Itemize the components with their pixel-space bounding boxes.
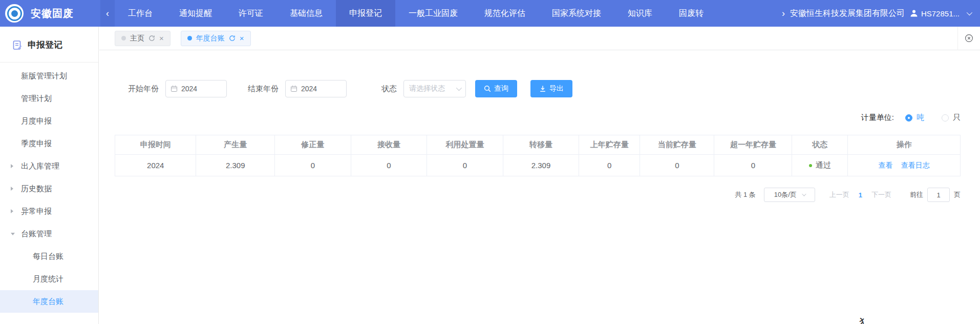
sidebar-title: 申报登记 bbox=[28, 39, 62, 51]
close-all-tabs-button[interactable] bbox=[957, 27, 980, 50]
nav-item-waste-transfer[interactable]: 固废转 bbox=[666, 0, 708, 27]
cell-status: 通过 bbox=[792, 155, 848, 176]
goto-page-input[interactable] bbox=[927, 188, 950, 202]
sidebar-item-monthly-statistics[interactable]: 月度统计 bbox=[0, 268, 98, 290]
col-received: 接收量 bbox=[351, 135, 427, 155]
sidebar-item-annual-ledger[interactable]: 年度台账 bbox=[0, 290, 98, 313]
tab-bar: 主页 × 年度台账 × bbox=[99, 27, 980, 50]
start-year-value[interactable] bbox=[181, 85, 212, 93]
sidebar-item-daily-ledger[interactable]: 每日台账 bbox=[0, 245, 98, 268]
sidebar-item-abnormal-declaration[interactable]: 异常申报 bbox=[0, 200, 98, 222]
tab-annual-ledger[interactable]: 年度台账 × bbox=[181, 31, 251, 46]
nav-item-workbench[interactable]: 工作台 bbox=[115, 0, 166, 27]
sidebar-menu: 新版管理计划 管理计划 月度申报 季度申报 出入库管理 历史数据 异常申报 台账… bbox=[0, 63, 98, 313]
chevron-left-icon: ‹ bbox=[106, 9, 109, 18]
logo-core bbox=[11, 10, 18, 17]
sidebar-item-history-data[interactable]: 历史数据 bbox=[0, 177, 98, 200]
sidebar-item-label: 台账管理 bbox=[21, 229, 52, 238]
end-year-input[interactable] bbox=[285, 80, 347, 97]
page-number-current[interactable]: 1 bbox=[859, 191, 862, 199]
status-badge: 通过 bbox=[816, 160, 831, 170]
col-utilized-disposed: 利用处置量 bbox=[427, 135, 503, 155]
user-menu-chevron-icon[interactable] bbox=[967, 10, 972, 15]
tab-home[interactable]: 主页 × bbox=[115, 31, 171, 46]
download-icon bbox=[539, 85, 546, 92]
export-button-label: 导出 bbox=[549, 84, 564, 93]
refresh-icon[interactable] bbox=[148, 35, 155, 42]
tab-dot-icon bbox=[121, 36, 126, 40]
navbar-right-group: › 安徽恒生科技发展集团有限公司 HS72851... bbox=[781, 8, 980, 19]
col-over-one-year-storage: 超一年贮存量 bbox=[714, 135, 792, 155]
page-size-select[interactable]: 10条/页 bbox=[764, 188, 815, 202]
col-corrected: 修正量 bbox=[275, 135, 351, 155]
cell-current-storage: 0 bbox=[640, 155, 714, 176]
nav-item-declaration[interactable]: 申报登记 bbox=[336, 0, 395, 27]
app-title: 安徽固废 bbox=[31, 7, 74, 21]
search-button[interactable]: 查询 bbox=[475, 80, 517, 97]
radio-label: 只 bbox=[953, 113, 961, 123]
unit-radio-ton[interactable]: 吨 bbox=[905, 113, 924, 123]
cell-last-year-storage: 0 bbox=[579, 155, 640, 176]
expand-caret-right-icon bbox=[11, 209, 13, 213]
export-button[interactable]: 导出 bbox=[530, 80, 572, 97]
view-link[interactable]: 查看 bbox=[879, 161, 893, 169]
username: HS72851... bbox=[921, 9, 960, 18]
cell-declare-time: 2024 bbox=[115, 155, 196, 176]
cell-transferred: 2.309 bbox=[503, 155, 579, 176]
sidebar-item-warehouse-in-out[interactable]: 出入库管理 bbox=[0, 155, 98, 177]
expand-caret-right-icon bbox=[11, 187, 13, 191]
close-icon[interactable]: × bbox=[240, 34, 244, 42]
chevron-down-icon bbox=[456, 85, 462, 91]
nav-item-basic-info[interactable]: 基础信息 bbox=[276, 0, 336, 27]
nav-item-knowledge-base[interactable]: 知识库 bbox=[614, 0, 666, 27]
col-current-storage: 当前贮存量 bbox=[640, 135, 714, 155]
filter-row: 开始年份 结束年份 bbox=[128, 80, 961, 97]
close-icon[interactable]: × bbox=[159, 34, 164, 42]
cell-utilized-disposed: 0 bbox=[427, 155, 503, 176]
cell-corrected: 0 bbox=[275, 155, 351, 176]
nav-collapse-button[interactable]: ‹ bbox=[100, 0, 115, 27]
page-size-value: 10条/页 bbox=[774, 190, 797, 199]
logo-ring bbox=[7, 6, 22, 21]
prev-page-button[interactable]: 上一页 bbox=[829, 190, 849, 199]
sidebar-item-monthly-declaration[interactable]: 月度申报 bbox=[0, 110, 98, 132]
status-select[interactable]: 请选择状态 bbox=[403, 80, 466, 97]
nav-item-license[interactable]: 许可证 bbox=[225, 0, 276, 27]
refresh-icon[interactable] bbox=[229, 35, 236, 42]
sidebar-item-new-management-plan[interactable]: 新版管理计划 bbox=[0, 65, 98, 87]
expand-caret-down-icon bbox=[11, 233, 15, 235]
cell-generated: 2.309 bbox=[196, 155, 275, 176]
tab-label: 主页 bbox=[130, 34, 144, 43]
nav-item-general-industrial-waste[interactable]: 一般工业固废 bbox=[395, 0, 471, 27]
table-row: 2024 2.309 0 0 0 2.309 0 0 0 通过 bbox=[115, 155, 961, 176]
view-log-link[interactable]: 查看日志 bbox=[901, 161, 930, 169]
sidebar-item-ledger-management[interactable]: 台账管理 bbox=[0, 222, 98, 245]
sidebar-item-label: 历史数据 bbox=[21, 184, 52, 193]
next-page-button[interactable]: 下一页 bbox=[871, 190, 891, 199]
col-actions: 操作 bbox=[848, 135, 961, 155]
table-header-row: 申报时间 产生量 修正量 接收量 利用处置量 转移量 上年贮存量 当前贮存量 超… bbox=[115, 135, 961, 155]
end-year-label: 结束年份 bbox=[248, 84, 279, 94]
app-root: 安徽固废 ‹ 工作台 通知提醒 许可证 基础信息 申报登记 一般工业固废 规范化… bbox=[0, 0, 980, 324]
circle-close-icon bbox=[965, 34, 973, 43]
floating-widget-partial-glyph: 犭 bbox=[859, 318, 870, 324]
page-content: 开始年份 结束年份 bbox=[99, 50, 980, 324]
end-year-value[interactable] bbox=[301, 85, 332, 93]
nav-item-notifications[interactable]: 通知提醒 bbox=[166, 0, 225, 27]
sidebar-item-management-plan[interactable]: 管理计划 bbox=[0, 87, 98, 110]
status-label: 状态 bbox=[381, 84, 397, 94]
col-last-year-storage: 上年贮存量 bbox=[579, 135, 640, 155]
sidebar-item-quarterly-declaration[interactable]: 季度申报 bbox=[0, 132, 98, 155]
unit-radio-piece[interactable]: 只 bbox=[942, 113, 961, 123]
expand-caret-right-icon bbox=[11, 164, 13, 168]
total-count: 共 1 条 bbox=[735, 190, 755, 199]
radio-selected-icon bbox=[905, 114, 912, 121]
cell-received: 0 bbox=[351, 155, 427, 176]
user-icon bbox=[910, 9, 918, 17]
radio-unselected-icon bbox=[942, 114, 949, 121]
sidebar-header: 申报登记 bbox=[0, 27, 98, 63]
nav-item-standardization-evaluation[interactable]: 规范化评估 bbox=[471, 0, 539, 27]
nav-item-national-system-link[interactable]: 国家系统对接 bbox=[539, 0, 614, 27]
nav-overflow-arrow-icon[interactable]: › bbox=[782, 8, 785, 19]
start-year-input[interactable] bbox=[165, 80, 227, 97]
